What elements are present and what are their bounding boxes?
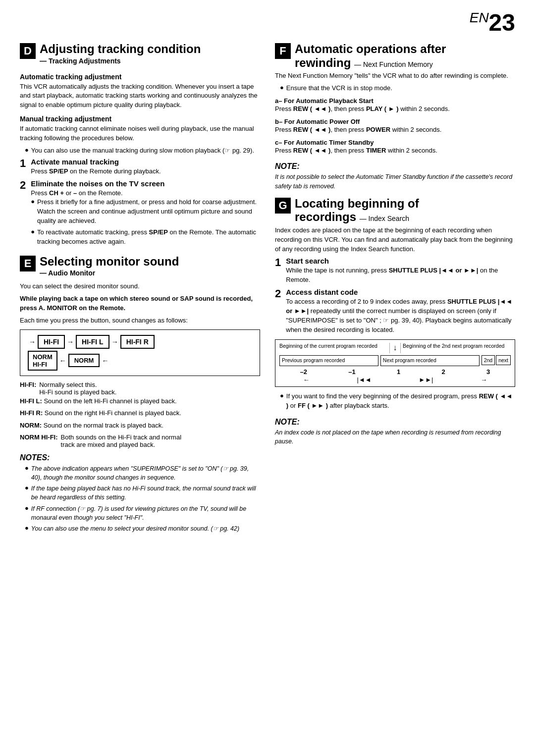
section-e-letter: E bbox=[20, 256, 36, 271]
note-4: ● You can also use the menu to select yo… bbox=[20, 524, 260, 533]
step-2-title: Eliminate the noises on the TV screen bbox=[31, 179, 260, 188]
bullet-icon: ● bbox=[25, 524, 29, 533]
normhifi-description: NORM HI-FI: Both sounds on the Hi-Fi tra… bbox=[20, 433, 260, 448]
norm-description: NORM: Sound on the normal track is playe… bbox=[20, 421, 260, 431]
arrow-rev-2: ← bbox=[303, 376, 310, 383]
arrow-left-1: ← bbox=[59, 357, 66, 365]
section-g-note-title: NOTE: bbox=[275, 418, 515, 427]
step-2-bullet-1: ● Press it briefly for a fine adjustment… bbox=[31, 198, 260, 226]
page-number: EN23 bbox=[470, 9, 515, 36]
step-1-number: 1 bbox=[20, 158, 26, 169]
bullet-icon: ● bbox=[25, 484, 29, 502]
diagram-next: Next program recorded bbox=[383, 357, 436, 363]
step-2-content: Eliminate the noises on the TV screen Pr… bbox=[31, 179, 260, 249]
step-2-bullet-1-text: Press it briefly for a fine adjustment, … bbox=[37, 198, 260, 226]
note-4-text: You can also use the menu to select your… bbox=[31, 524, 239, 533]
section-e-title: Selecting monitor sound bbox=[40, 255, 179, 269]
index-num-neg1: –1 bbox=[348, 368, 355, 376]
step-2-number: 2 bbox=[20, 179, 26, 191]
index-search-diagram: Beginning of the current program recorde… bbox=[275, 339, 515, 386]
section-e-each-time: Each time you press the button, sound ch… bbox=[20, 316, 260, 325]
section-f-note: NOTE: It is not possible to select the A… bbox=[275, 162, 515, 190]
manual-tracking-bullet-text: You can also use the manual tracking dur… bbox=[31, 146, 254, 156]
section-e-instruction: While playing back a tape on which stere… bbox=[20, 294, 260, 313]
bullet-icon: ● bbox=[31, 228, 35, 247]
normhifi-box: NORMHI-FI bbox=[28, 351, 57, 371]
index-num-3: 3 bbox=[486, 368, 490, 376]
section-f-ensure: ● Ensure that the VCR is in stop mode. bbox=[275, 84, 515, 93]
step-g-2-number: 2 bbox=[275, 288, 281, 300]
sub-c-body: Press REW ( ◄◄ ), then press TIMER withi… bbox=[275, 146, 515, 156]
index-num-2: 2 bbox=[442, 368, 445, 376]
manual-tracking-bullet: ● You can also use the manual tracking d… bbox=[20, 146, 260, 156]
diagram-label1: Beginning of the current program recorde… bbox=[279, 343, 377, 349]
step-2-eliminate: 2 Eliminate the noises on the TV screen … bbox=[20, 179, 260, 249]
section-g-letter: G bbox=[275, 198, 291, 214]
manual-tracking-body: If automatic tracking cannot eliminate n… bbox=[20, 124, 260, 143]
left-column: D Adjusting tracking condition — Trackin… bbox=[20, 42, 260, 535]
arrow-right-3: → bbox=[111, 338, 118, 346]
arrow-left-2: ← bbox=[102, 357, 108, 365]
sub-b: b– For Automatic Power Off Press REW ( ◄… bbox=[275, 118, 515, 135]
ensure-text: Ensure that the VCR is in stop mode. bbox=[286, 84, 392, 93]
note-1-text: The above indication appears when "SUPER… bbox=[31, 464, 260, 482]
bullet-icon: ● bbox=[280, 84, 284, 93]
section-d-subtitle: — Tracking Adjustments bbox=[40, 57, 201, 65]
auto-tracking-heading: Automatic tracking adjustment bbox=[20, 73, 260, 81]
bullet-icon: ● bbox=[25, 464, 29, 482]
sub-c-label: c– For Automatic Timer Standby bbox=[275, 139, 515, 146]
norm-box: NORM bbox=[68, 354, 100, 367]
section-e-intro: You can select the desired monitor sound… bbox=[20, 282, 260, 291]
step-2-bullet-2-text: To reactivate automatic tracking, press … bbox=[37, 228, 260, 247]
index-num-1: 1 bbox=[397, 368, 400, 376]
index-num-neg2: –2 bbox=[300, 368, 307, 376]
step-g-2-body: To access a recording of 2 to 9 index co… bbox=[286, 297, 515, 334]
diagram-label3: Beginning of the 2nd next program record… bbox=[403, 343, 504, 349]
section-g-header: G Locating beginning of recordings — Ind… bbox=[275, 197, 515, 224]
section-f-note-body: It is not possible to select the Automat… bbox=[275, 172, 515, 190]
step-1-body: Press SP/EP on the Remote during playbac… bbox=[31, 167, 260, 176]
step-g-2-content: Access distant code To access a recordin… bbox=[286, 288, 515, 334]
section-f-letter: F bbox=[275, 43, 291, 59]
diagram-row-1: → HI-FI → HI-FI L → HI-FI R bbox=[28, 335, 252, 349]
hifi-description: HI-FI: Normally select this. Hi-Fi sound… bbox=[20, 381, 260, 396]
bullet-icon: ● bbox=[25, 146, 29, 156]
step-g-1-number: 1 bbox=[275, 257, 281, 269]
step-1-activate: 1 Activate manual tracking Press SP/EP o… bbox=[20, 158, 260, 176]
step-g-1: 1 Start search While the tape is not run… bbox=[275, 257, 515, 285]
step-g-1-content: Start search While the tape is not runni… bbox=[286, 257, 515, 285]
monitor-sound-diagram: → HI-FI → HI-FI L → HI-FI R NORMHI-FI ← … bbox=[20, 329, 260, 376]
step-1-content: Activate manual tracking Press SP/EP on … bbox=[31, 158, 260, 176]
sub-b-label: b– For Automatic Power Off bbox=[275, 118, 515, 125]
arrow-right-2: → bbox=[67, 338, 74, 346]
step-g-2-title: Access distant code bbox=[286, 288, 515, 296]
arrow-right-1: → bbox=[29, 338, 36, 346]
arrow-fwd-1: ►►| bbox=[419, 376, 433, 383]
section-f-intro: The Next Function Memory "tells" the VCR… bbox=[275, 71, 515, 81]
section-g-title: Locating beginning of recordings — Index… bbox=[295, 197, 419, 224]
section-e-subtitle: — Audio Monitor bbox=[40, 269, 179, 277]
sub-a: a– For Automatic Playback Start Press RE… bbox=[275, 97, 515, 114]
notes-title: NOTES: bbox=[20, 453, 260, 462]
auto-tracking-body: This VCR automatically adjusts the track… bbox=[20, 82, 260, 110]
note-2: ● If the tape being played back has no H… bbox=[20, 484, 260, 502]
note-3-text: If RF connection (☞ pg. 7) is used for v… bbox=[31, 504, 260, 522]
section-g-last-bullet-text: If you want to find the very beginning o… bbox=[286, 392, 515, 411]
note-2-text: If the tape being played back has no Hi-… bbox=[31, 484, 260, 502]
sub-a-label: a– For Automatic Playback Start bbox=[275, 97, 515, 105]
diagram-2nd: 2nd bbox=[482, 355, 495, 365]
sub-a-body: Press REW ( ◄◄ ), then press PLAY ( ► ) … bbox=[275, 105, 515, 114]
section-d-title: Adjusting tracking condition bbox=[40, 42, 201, 56]
step-2-body: Press CH + or – on the Remote. bbox=[31, 189, 260, 198]
sub-b-body: Press REW ( ◄◄ ), then press POWER withi… bbox=[275, 125, 515, 135]
step-2-bullet-2: ● To reactivate automatic tracking, pres… bbox=[31, 228, 260, 247]
section-g-intro: Index codes are placed on the tape at th… bbox=[275, 226, 515, 254]
manual-tracking-heading: Manual tracking adjustment bbox=[20, 115, 260, 123]
right-column: F Automatic operations after rewinding —… bbox=[275, 42, 515, 535]
section-d-header: D Adjusting tracking condition — Trackin… bbox=[20, 42, 260, 68]
section-f-title: Automatic operations after rewinding — N… bbox=[295, 42, 446, 69]
arrow-fwd-2: → bbox=[481, 376, 487, 383]
section-e-notes: NOTES: ● The above indication appears wh… bbox=[20, 453, 260, 533]
hifi-box: HI-FI bbox=[38, 335, 65, 349]
section-g-last-bullet: ● If you want to find the very beginning… bbox=[275, 392, 515, 411]
